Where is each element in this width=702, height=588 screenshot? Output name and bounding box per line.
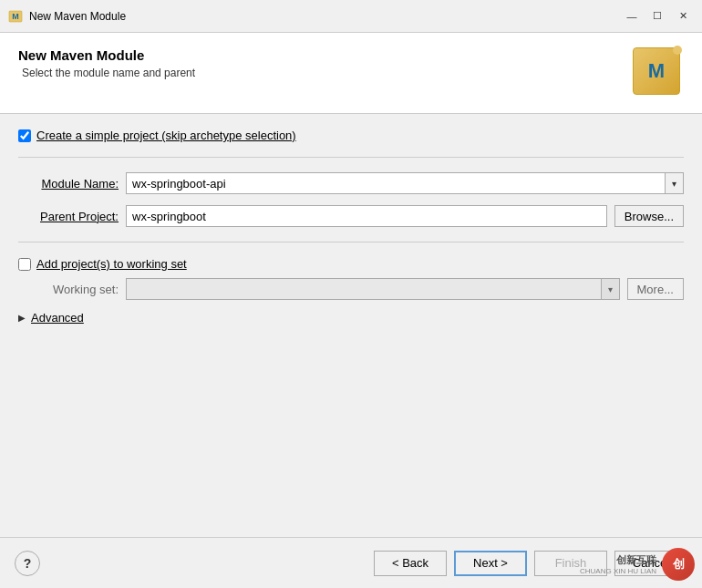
dialog-subtitle: Select the module name and parent — [22, 67, 195, 79]
maximize-button[interactable]: ☐ — [645, 7, 669, 26]
header-text: New Maven Module Select the module name … — [18, 47, 195, 79]
module-name-label: Module Name: — [18, 177, 119, 191]
title-bar: M New Maven Module — ☐ ✕ — [0, 0, 702, 33]
simple-project-row: Create a simple project (skip archetype … — [18, 129, 684, 142]
working-set-combo: ▾ — [126, 278, 620, 300]
working-set-section: Add project(s) to working set Working se… — [18, 257, 684, 300]
parent-project-row: Parent Project: Browse... — [18, 205, 684, 227]
parent-project-input[interactable] — [126, 205, 607, 227]
dialog-title: New Maven Module — [18, 47, 195, 63]
advanced-row[interactable]: ▶ Advanced — [18, 311, 684, 325]
parent-project-label: Parent Project: — [18, 210, 119, 223]
module-name-row: Module Name: ▾ — [18, 172, 684, 194]
advanced-label[interactable]: Advanced — [31, 311, 84, 325]
dialog-body: Create a simple project (skip archetype … — [0, 114, 702, 537]
maven-icon: M — [633, 47, 680, 95]
dialog-footer: ? < Back Next > Finish Cancel — [0, 537, 702, 588]
simple-project-checkbox[interactable] — [18, 129, 31, 142]
working-set-input[interactable] — [126, 278, 602, 300]
help-button[interactable]: ? — [15, 551, 40, 576]
advanced-expand-icon: ▶ — [18, 313, 26, 323]
content-spacer — [18, 335, 684, 522]
svg-text:M: M — [12, 12, 19, 21]
minimize-button[interactable]: — — [620, 7, 644, 26]
close-button[interactable]: ✕ — [671, 7, 695, 26]
finish-button[interactable]: Finish — [534, 551, 607, 576]
window-icon: M — [7, 8, 24, 25]
more-button[interactable]: More... — [627, 278, 684, 300]
footer-buttons: < Back Next > Finish Cancel — [374, 551, 687, 576]
window-controls: — ☐ ✕ — [620, 7, 695, 26]
module-name-input[interactable] — [126, 172, 666, 194]
browse-button[interactable]: Browse... — [614, 205, 684, 227]
module-name-dropdown-arrow[interactable]: ▾ — [666, 172, 684, 194]
working-set-label: Working set: — [18, 283, 119, 296]
window-title: New Maven Module — [29, 10, 620, 23]
working-set-dropdown-arrow[interactable]: ▾ — [602, 278, 620, 300]
dialog-header: New Maven Module Select the module name … — [0, 33, 702, 114]
divider-1 — [18, 157, 684, 158]
simple-project-label[interactable]: Create a simple project (skip archetype … — [36, 129, 296, 142]
working-set-checkbox-label[interactable]: Add project(s) to working set — [36, 257, 187, 271]
back-button[interactable]: < Back — [374, 551, 447, 576]
dialog-container: New Maven Module Select the module name … — [0, 33, 702, 588]
working-set-input-row: Working set: ▾ More... — [18, 278, 684, 300]
next-button[interactable]: Next > — [454, 551, 527, 576]
header-icon-container: M — [633, 47, 684, 98]
working-set-checkbox-row: Add project(s) to working set — [18, 257, 684, 271]
cancel-button[interactable]: Cancel — [614, 551, 687, 576]
working-set-checkbox[interactable] — [18, 258, 31, 271]
module-name-combo: ▾ — [126, 172, 684, 194]
divider-2 — [18, 242, 684, 242]
